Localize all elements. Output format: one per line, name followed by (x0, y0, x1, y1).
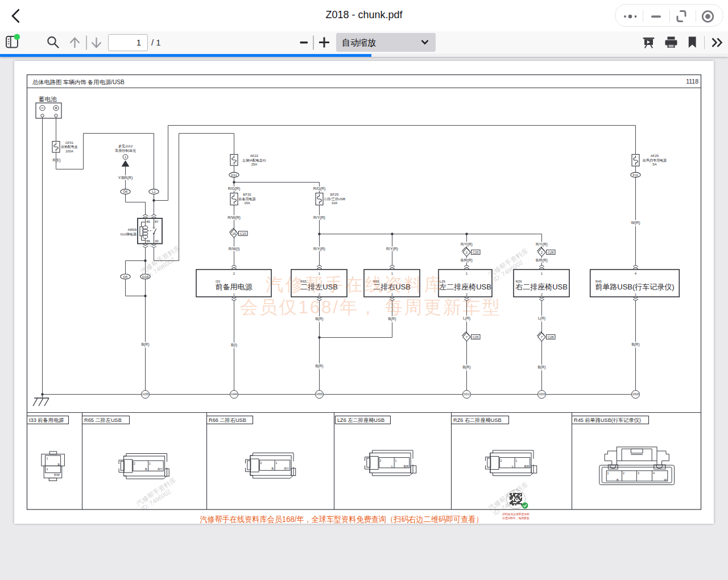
svg-text:前单路USB(行车记录仪): 前单路USB(行车记录仪) (595, 283, 674, 291)
svg-text:B: B (272, 467, 274, 470)
svg-text:B: B (145, 467, 147, 471)
svg-text:R66 二排右USB: R66 二排右USB (209, 417, 246, 423)
svg-text:D6: D6 (123, 190, 128, 193)
svg-text:R/Y(R): R/Y(R) (386, 247, 398, 251)
svg-text:G518: G518 (632, 393, 639, 396)
svg-text:R(E): R(E) (53, 158, 61, 163)
svg-text:二排/三排USB: 二排/三排USB (324, 197, 345, 201)
svg-text:B/R(R): B/R(R) (536, 258, 548, 263)
svg-text:G511: G511 (464, 393, 470, 396)
svg-text:87: 87 (155, 220, 159, 223)
svg-text:L(R): L(R) (538, 316, 545, 321)
svg-text:前备用电源: 前备用电源 (216, 283, 253, 291)
svg-text:1: 1 (395, 459, 397, 462)
svg-text:Y/BR(R): Y/BR(R) (118, 176, 133, 180)
svg-text:IG1继电器: IG1继电器 (120, 232, 136, 237)
svg-text:B: B (617, 478, 619, 482)
svg-text:EF29: EF29 (330, 193, 339, 196)
svg-text:F11: F11 (633, 173, 639, 177)
svg-text:1: 1 (607, 471, 609, 475)
svg-text:I33 前备用电源: I33 前备用电源 (29, 417, 64, 423)
svg-text:R/Y(R): R/Y(R) (313, 216, 325, 220)
svg-text:EF32: EF32 (243, 193, 251, 196)
svg-text:R/W: R/W (54, 473, 60, 477)
svg-text:1: 1 (276, 461, 278, 465)
svg-text:B(I): B(I) (231, 343, 237, 347)
svg-text:前风挡专用电源: 前风挡专用电源 (642, 158, 667, 163)
svg-text:B/R(R): B/R(R) (461, 258, 473, 263)
svg-text:B/R: B/R (404, 465, 409, 468)
svg-text:AF22: AF22 (250, 154, 259, 158)
svg-text:蓄电池: 蓄电池 (39, 96, 57, 102)
svg-text:10A: 10A (332, 201, 338, 205)
svg-text:R/Y(R): R/Y(R) (536, 242, 548, 247)
svg-text:左二排座椅USB: 左二排座椅USB (439, 283, 491, 291)
svg-text:AR09: AR09 (128, 227, 137, 231)
svg-text:汽修帮手在线资料库: 汽修帮手在线资料库 (266, 274, 444, 295)
svg-text:B(R): B(R) (632, 342, 640, 347)
svg-text:R/Y(R): R/Y(R) (461, 242, 473, 247)
svg-text:2: 2 (380, 459, 382, 462)
svg-text:GF01: GF01 (65, 141, 74, 144)
svg-text:B: B (58, 463, 60, 466)
svg-text:R45 前单路USB(行车记录仪): R45 前单路USB(行车记录仪) (574, 417, 641, 423)
svg-text:会员仅168/年， 每周更新车型: 会员仅168/年， 每周更新车型 (240, 297, 502, 317)
svg-text:扫码查询全球车型资料: 扫码查询全球车型资料 (502, 512, 530, 516)
svg-text:W(R): W(R) (631, 221, 640, 225)
svg-text:R/G(R): R/G(R) (228, 187, 241, 191)
svg-text:30: 30 (155, 239, 159, 243)
svg-text:15A: 15A (244, 201, 250, 205)
svg-text:R/Y: R/Y (158, 467, 163, 471)
svg-text:B/R: B/R (524, 465, 530, 468)
svg-text:D5: D5 (123, 275, 128, 279)
svg-text:1118: 1118 (686, 78, 698, 85)
svg-text:86: 86 (146, 239, 150, 243)
svg-text:D11: D11 (231, 173, 237, 177)
svg-text:2: 2 (134, 462, 135, 465)
svg-text:仅需168/年，每周更新: 仅需168/年，每周更新 (502, 516, 530, 520)
svg-text:2: 2 (260, 461, 262, 465)
svg-text:16: 16 (232, 232, 236, 235)
svg-text:RZ6 右二排座椅USB: RZ6 右二排座椅USB (453, 417, 502, 423)
svg-text:R/Y(R): R/Y(R) (313, 247, 325, 251)
svg-text:5A: 5A (652, 163, 656, 166)
svg-text:1: 1 (149, 462, 151, 465)
svg-text:4: 4 (653, 471, 655, 475)
svg-text:G555: G555 (316, 393, 323, 396)
svg-text:L: L (391, 465, 393, 468)
svg-text:1: 1 (516, 459, 518, 462)
svg-text:R/Y: R/Y (284, 467, 289, 470)
svg-text:B(R): B(R) (538, 365, 546, 370)
svg-text:G444: G444 (231, 393, 238, 396)
svg-text:C15: C15 (240, 232, 247, 235)
svg-text:B(R): B(R) (316, 364, 324, 368)
svg-text:G515: G515 (539, 393, 545, 396)
svg-text:85: 85 (146, 220, 150, 223)
svg-text:2: 2 (500, 459, 502, 462)
svg-text:200A: 200A (65, 150, 73, 153)
svg-text:1: 1 (47, 457, 48, 460)
svg-text:2: 2 (623, 471, 624, 475)
svg-text:C25: C25 (473, 335, 479, 339)
svg-text:右二排座椅USB: 右二排座椅USB (515, 283, 568, 291)
svg-text:R/G(R): R/G(R) (313, 187, 326, 191)
svg-text:前备用电源: 前备用电源 (238, 197, 256, 201)
svg-text:L1: L1 (152, 190, 156, 193)
svg-text:参见1112: 参见1112 (118, 144, 133, 148)
svg-text:R/W(R): R/W(R) (228, 216, 241, 220)
svg-text:B(R): B(R) (463, 365, 471, 370)
svg-text:2: 2 (47, 467, 48, 471)
svg-text:R/W(I): R/W(I) (229, 247, 240, 251)
svg-text:R65 二排左USB: R65 二排左USB (84, 417, 122, 423)
svg-text:1: 1 (125, 155, 126, 159)
svg-text:总体电路图 车辆内饰 备用电源/USB: 总体电路图 车辆内饰 备用电源/USB (32, 79, 125, 85)
svg-text:LZ6 左二排座椅USB: LZ6 左二排座椅USB (337, 417, 384, 423)
svg-text:AF25: AF25 (651, 154, 659, 158)
svg-text:25A: 25A (251, 163, 258, 166)
svg-text:3: 3 (638, 471, 639, 475)
svg-text:G155: G155 (142, 393, 149, 396)
svg-text:车身控制单元: 车身控制单元 (115, 148, 136, 152)
svg-text:L: L (512, 465, 514, 468)
svg-text:前舱配电盒: 前舱配电盒 (61, 144, 78, 149)
svg-text:汽修帮手在线资料库会员168/年，全球车型资料免费查询（扫码: 汽修帮手在线资料库会员168/年，全球车型资料免费查询（扫码右边二维码即可查看） (200, 515, 483, 524)
